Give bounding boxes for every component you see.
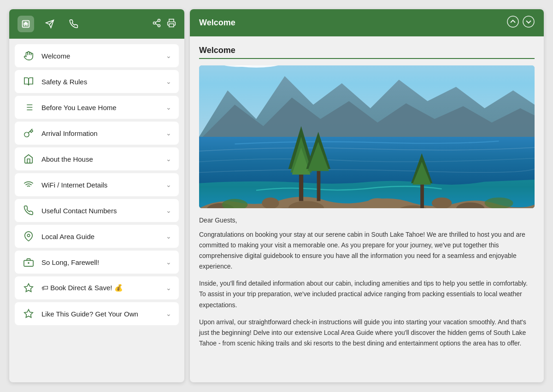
- send-icon-btn[interactable]: [41, 16, 58, 32]
- svg-point-3: [158, 19, 160, 21]
- share-icon: [152, 18, 161, 28]
- chevron-down-icon: ⌄: [166, 78, 171, 85]
- right-panel: Welcome Welcome: [190, 9, 544, 382]
- dear-guests-text: Dear Guests,: [199, 216, 535, 224]
- svg-marker-20: [24, 284, 33, 292]
- right-header-icons: [507, 16, 535, 30]
- nav-item-farewell[interactable]: So Long, Farewell! ⌄: [15, 251, 179, 274]
- chevron-down-icon: ⌄: [166, 129, 171, 137]
- nav-label-local-area: Local Area Guide: [41, 233, 159, 240]
- book-icon: [22, 76, 35, 87]
- right-content: Welcome: [190, 36, 544, 382]
- svg-point-4: [153, 22, 156, 24]
- left-panel: Welcome ⌄ Safety & Rules ⌄: [9, 9, 184, 382]
- nav-item-wifi[interactable]: WiFi / Internet Details ⌄: [15, 173, 179, 196]
- luggage-icon: [22, 257, 35, 267]
- nav-item-welcome[interactable]: Welcome ⌄: [15, 44, 179, 67]
- svg-line-7: [155, 21, 158, 22]
- home-icon: [21, 19, 30, 29]
- right-header: Welcome: [190, 9, 544, 36]
- wifi-icon: [22, 180, 35, 190]
- chevron-down-icon: ⌄: [166, 181, 171, 188]
- print-icon-btn[interactable]: [167, 18, 176, 30]
- star-own-icon: [22, 309, 35, 319]
- chevron-down-icon: ⌄: [166, 310, 171, 317]
- nav-item-like-guide[interactable]: Like This Guide? Get Your Own ⌄: [15, 302, 179, 325]
- share-icon-btn[interactable]: [152, 18, 161, 30]
- nav-item-local-area[interactable]: Local Area Guide ⌄: [15, 225, 179, 248]
- chevron-up-circle-icon: [507, 16, 519, 28]
- nav-label-before-leave: Before You Leave Home: [41, 104, 159, 111]
- chevron-down-icon: ⌄: [166, 207, 171, 214]
- house-icon: [22, 154, 35, 164]
- chevron-down-circle-icon: [523, 16, 535, 28]
- svg-point-22: [507, 16, 518, 27]
- nav-item-contact[interactable]: Useful Contact Numbers ⌄: [15, 199, 179, 222]
- svg-marker-21: [24, 310, 33, 317]
- nav-down-btn[interactable]: [523, 16, 535, 30]
- svg-point-16: [27, 234, 30, 237]
- right-header-title: Welcome: [199, 18, 235, 28]
- hand-icon: [22, 51, 35, 61]
- welcome-paragraph-2: Inside, you'll find detailed information…: [199, 278, 535, 310]
- welcome-image: [199, 65, 535, 208]
- nav-item-before-leave[interactable]: Before You Leave Home ⌄: [15, 96, 179, 119]
- welcome-paragraph-3: Upon arrival, our straightforward check-…: [199, 317, 535, 349]
- left-header: [9, 9, 184, 39]
- svg-point-23: [523, 16, 534, 27]
- chevron-down-icon: ⌄: [166, 52, 171, 59]
- nav-label-contact: Useful Contact Numbers: [41, 207, 159, 215]
- nav-item-safety[interactable]: Safety & Rules ⌄: [15, 70, 179, 93]
- svg-point-5: [158, 24, 160, 27]
- nav-up-btn[interactable]: [507, 16, 519, 30]
- chevron-down-icon: ⌄: [166, 284, 171, 292]
- nav-label-farewell: So Long, Farewell!: [41, 258, 159, 266]
- send-icon: [45, 19, 54, 29]
- nav-label-safety: Safety & Rules: [41, 78, 159, 86]
- app-container: Welcome ⌄ Safety & Rules ⌄: [9, 9, 544, 382]
- nav-label-book-direct: 🏷 Book Direct & Save! 💰: [41, 284, 159, 292]
- left-header-left: [18, 16, 82, 32]
- star-book-icon: [22, 283, 35, 293]
- print-icon: [167, 18, 176, 28]
- left-header-right: [152, 18, 176, 30]
- home-icon-btn[interactable]: [18, 16, 34, 32]
- nav-label-about-house: About the House: [41, 155, 159, 163]
- list-icon: [22, 102, 35, 112]
- phone-list-icon: [22, 205, 35, 216]
- chevron-down-icon: ⌄: [166, 104, 171, 111]
- chevron-down-icon: ⌄: [166, 155, 171, 163]
- svg-line-6: [155, 23, 158, 25]
- lake-tahoe-image: [199, 65, 535, 208]
- chevron-down-icon: ⌄: [166, 258, 171, 266]
- nav-label-wifi: WiFi / Internet Details: [41, 181, 159, 189]
- nav-item-about-house[interactable]: About the House ⌄: [15, 147, 179, 170]
- nav-item-book-direct[interactable]: 🏷 Book Direct & Save! 💰 ⌄: [15, 276, 179, 299]
- nav-label-like-guide: Like This Guide? Get Your Own: [41, 310, 159, 318]
- welcome-section-title: Welcome: [199, 46, 535, 59]
- welcome-text-body: Congratulations on booking your stay at …: [199, 229, 535, 349]
- welcome-paragraph-1: Congratulations on booking your stay at …: [199, 229, 535, 272]
- nav-item-arrival[interactable]: Arrival Information ⌄: [15, 122, 179, 145]
- phone-icon: [69, 19, 78, 29]
- nav-label-arrival: Arrival Information: [41, 129, 159, 137]
- phone-icon-btn[interactable]: [65, 16, 82, 32]
- nav-list: Welcome ⌄ Safety & Rules ⌄: [9, 39, 184, 331]
- svg-rect-8: [169, 23, 174, 27]
- pin-icon: [22, 231, 35, 241]
- nav-label-welcome: Welcome: [41, 52, 159, 60]
- chevron-down-icon: ⌄: [166, 233, 171, 240]
- key-icon: [22, 128, 35, 138]
